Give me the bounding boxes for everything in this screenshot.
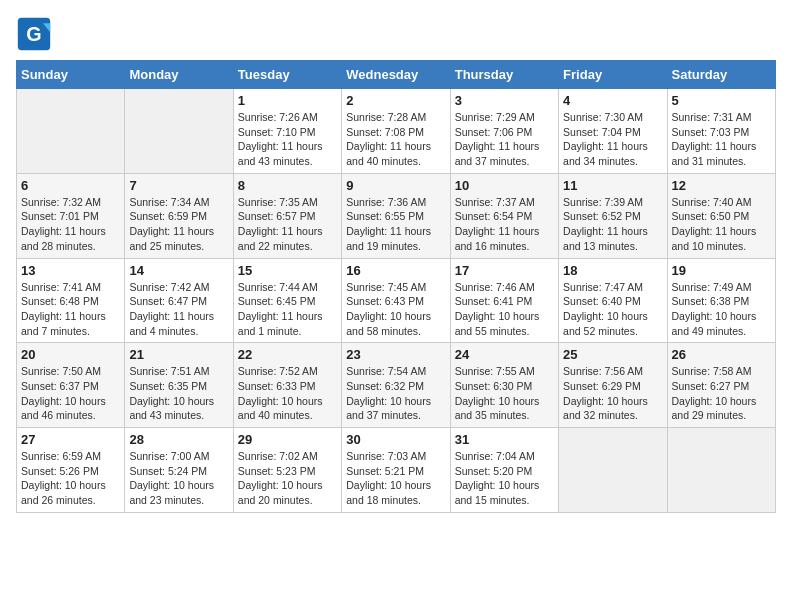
calendar-week-5: 27Sunrise: 6:59 AMSunset: 5:26 PMDayligh… xyxy=(17,428,776,513)
day-number: 20 xyxy=(21,347,120,362)
calendar-cell: 28Sunrise: 7:00 AMSunset: 5:24 PMDayligh… xyxy=(125,428,233,513)
day-detail: Sunrise: 7:00 AMSunset: 5:24 PMDaylight:… xyxy=(129,449,228,508)
day-detail: Sunrise: 7:44 AMSunset: 6:45 PMDaylight:… xyxy=(238,280,337,339)
calendar-header-row: SundayMondayTuesdayWednesdayThursdayFrid… xyxy=(17,61,776,89)
calendar-table: SundayMondayTuesdayWednesdayThursdayFrid… xyxy=(16,60,776,513)
header: G xyxy=(16,16,776,52)
weekday-header-wednesday: Wednesday xyxy=(342,61,450,89)
day-detail: Sunrise: 7:56 AMSunset: 6:29 PMDaylight:… xyxy=(563,364,662,423)
calendar-cell: 16Sunrise: 7:45 AMSunset: 6:43 PMDayligh… xyxy=(342,258,450,343)
calendar-week-3: 13Sunrise: 7:41 AMSunset: 6:48 PMDayligh… xyxy=(17,258,776,343)
day-detail: Sunrise: 7:31 AMSunset: 7:03 PMDaylight:… xyxy=(672,110,771,169)
calendar-cell: 15Sunrise: 7:44 AMSunset: 6:45 PMDayligh… xyxy=(233,258,341,343)
day-detail: Sunrise: 7:04 AMSunset: 5:20 PMDaylight:… xyxy=(455,449,554,508)
day-number: 21 xyxy=(129,347,228,362)
weekday-header-sunday: Sunday xyxy=(17,61,125,89)
day-detail: Sunrise: 7:49 AMSunset: 6:38 PMDaylight:… xyxy=(672,280,771,339)
calendar-cell xyxy=(125,89,233,174)
calendar-cell: 23Sunrise: 7:54 AMSunset: 6:32 PMDayligh… xyxy=(342,343,450,428)
day-number: 26 xyxy=(672,347,771,362)
day-number: 17 xyxy=(455,263,554,278)
calendar-cell: 14Sunrise: 7:42 AMSunset: 6:47 PMDayligh… xyxy=(125,258,233,343)
calendar-cell: 22Sunrise: 7:52 AMSunset: 6:33 PMDayligh… xyxy=(233,343,341,428)
day-number: 13 xyxy=(21,263,120,278)
day-number: 27 xyxy=(21,432,120,447)
day-number: 3 xyxy=(455,93,554,108)
calendar-cell: 20Sunrise: 7:50 AMSunset: 6:37 PMDayligh… xyxy=(17,343,125,428)
weekday-header-tuesday: Tuesday xyxy=(233,61,341,89)
day-number: 22 xyxy=(238,347,337,362)
calendar-cell: 2Sunrise: 7:28 AMSunset: 7:08 PMDaylight… xyxy=(342,89,450,174)
calendar-cell: 6Sunrise: 7:32 AMSunset: 7:01 PMDaylight… xyxy=(17,173,125,258)
day-number: 31 xyxy=(455,432,554,447)
day-detail: Sunrise: 7:37 AMSunset: 6:54 PMDaylight:… xyxy=(455,195,554,254)
day-detail: Sunrise: 7:50 AMSunset: 6:37 PMDaylight:… xyxy=(21,364,120,423)
day-detail: Sunrise: 7:47 AMSunset: 6:40 PMDaylight:… xyxy=(563,280,662,339)
calendar-cell xyxy=(559,428,667,513)
day-detail: Sunrise: 7:40 AMSunset: 6:50 PMDaylight:… xyxy=(672,195,771,254)
calendar-cell: 29Sunrise: 7:02 AMSunset: 5:23 PMDayligh… xyxy=(233,428,341,513)
day-number: 14 xyxy=(129,263,228,278)
calendar-cell: 18Sunrise: 7:47 AMSunset: 6:40 PMDayligh… xyxy=(559,258,667,343)
weekday-header-saturday: Saturday xyxy=(667,61,775,89)
weekday-header-monday: Monday xyxy=(125,61,233,89)
calendar-cell: 17Sunrise: 7:46 AMSunset: 6:41 PMDayligh… xyxy=(450,258,558,343)
day-number: 6 xyxy=(21,178,120,193)
day-detail: Sunrise: 6:59 AMSunset: 5:26 PMDaylight:… xyxy=(21,449,120,508)
calendar-cell: 31Sunrise: 7:04 AMSunset: 5:20 PMDayligh… xyxy=(450,428,558,513)
calendar-cell: 13Sunrise: 7:41 AMSunset: 6:48 PMDayligh… xyxy=(17,258,125,343)
calendar-week-1: 1Sunrise: 7:26 AMSunset: 7:10 PMDaylight… xyxy=(17,89,776,174)
day-detail: Sunrise: 7:39 AMSunset: 6:52 PMDaylight:… xyxy=(563,195,662,254)
day-number: 7 xyxy=(129,178,228,193)
calendar-week-4: 20Sunrise: 7:50 AMSunset: 6:37 PMDayligh… xyxy=(17,343,776,428)
day-number: 12 xyxy=(672,178,771,193)
day-number: 16 xyxy=(346,263,445,278)
day-detail: Sunrise: 7:55 AMSunset: 6:30 PMDaylight:… xyxy=(455,364,554,423)
day-detail: Sunrise: 7:30 AMSunset: 7:04 PMDaylight:… xyxy=(563,110,662,169)
calendar-cell: 19Sunrise: 7:49 AMSunset: 6:38 PMDayligh… xyxy=(667,258,775,343)
calendar-cell: 3Sunrise: 7:29 AMSunset: 7:06 PMDaylight… xyxy=(450,89,558,174)
calendar-cell: 12Sunrise: 7:40 AMSunset: 6:50 PMDayligh… xyxy=(667,173,775,258)
day-number: 23 xyxy=(346,347,445,362)
day-number: 5 xyxy=(672,93,771,108)
day-detail: Sunrise: 7:03 AMSunset: 5:21 PMDaylight:… xyxy=(346,449,445,508)
calendar-cell: 24Sunrise: 7:55 AMSunset: 6:30 PMDayligh… xyxy=(450,343,558,428)
day-number: 9 xyxy=(346,178,445,193)
calendar-cell: 21Sunrise: 7:51 AMSunset: 6:35 PMDayligh… xyxy=(125,343,233,428)
day-detail: Sunrise: 7:28 AMSunset: 7:08 PMDaylight:… xyxy=(346,110,445,169)
day-number: 4 xyxy=(563,93,662,108)
calendar-cell: 5Sunrise: 7:31 AMSunset: 7:03 PMDaylight… xyxy=(667,89,775,174)
day-detail: Sunrise: 7:35 AMSunset: 6:57 PMDaylight:… xyxy=(238,195,337,254)
day-number: 15 xyxy=(238,263,337,278)
day-detail: Sunrise: 7:52 AMSunset: 6:33 PMDaylight:… xyxy=(238,364,337,423)
day-number: 11 xyxy=(563,178,662,193)
day-detail: Sunrise: 7:02 AMSunset: 5:23 PMDaylight:… xyxy=(238,449,337,508)
day-detail: Sunrise: 7:34 AMSunset: 6:59 PMDaylight:… xyxy=(129,195,228,254)
day-number: 18 xyxy=(563,263,662,278)
day-detail: Sunrise: 7:54 AMSunset: 6:32 PMDaylight:… xyxy=(346,364,445,423)
day-detail: Sunrise: 7:42 AMSunset: 6:47 PMDaylight:… xyxy=(129,280,228,339)
calendar-week-2: 6Sunrise: 7:32 AMSunset: 7:01 PMDaylight… xyxy=(17,173,776,258)
calendar-cell: 10Sunrise: 7:37 AMSunset: 6:54 PMDayligh… xyxy=(450,173,558,258)
weekday-header-friday: Friday xyxy=(559,61,667,89)
day-number: 28 xyxy=(129,432,228,447)
day-number: 8 xyxy=(238,178,337,193)
day-detail: Sunrise: 7:41 AMSunset: 6:48 PMDaylight:… xyxy=(21,280,120,339)
day-detail: Sunrise: 7:46 AMSunset: 6:41 PMDaylight:… xyxy=(455,280,554,339)
day-number: 2 xyxy=(346,93,445,108)
calendar-cell xyxy=(667,428,775,513)
day-number: 1 xyxy=(238,93,337,108)
calendar-cell: 7Sunrise: 7:34 AMSunset: 6:59 PMDaylight… xyxy=(125,173,233,258)
calendar-cell: 11Sunrise: 7:39 AMSunset: 6:52 PMDayligh… xyxy=(559,173,667,258)
calendar-cell: 26Sunrise: 7:58 AMSunset: 6:27 PMDayligh… xyxy=(667,343,775,428)
day-detail: Sunrise: 7:36 AMSunset: 6:55 PMDaylight:… xyxy=(346,195,445,254)
day-number: 30 xyxy=(346,432,445,447)
svg-text:G: G xyxy=(26,23,41,45)
weekday-header-thursday: Thursday xyxy=(450,61,558,89)
logo: G xyxy=(16,16,56,52)
calendar-cell: 1Sunrise: 7:26 AMSunset: 7:10 PMDaylight… xyxy=(233,89,341,174)
day-number: 19 xyxy=(672,263,771,278)
day-number: 25 xyxy=(563,347,662,362)
calendar-cell: 30Sunrise: 7:03 AMSunset: 5:21 PMDayligh… xyxy=(342,428,450,513)
logo-icon: G xyxy=(16,16,52,52)
